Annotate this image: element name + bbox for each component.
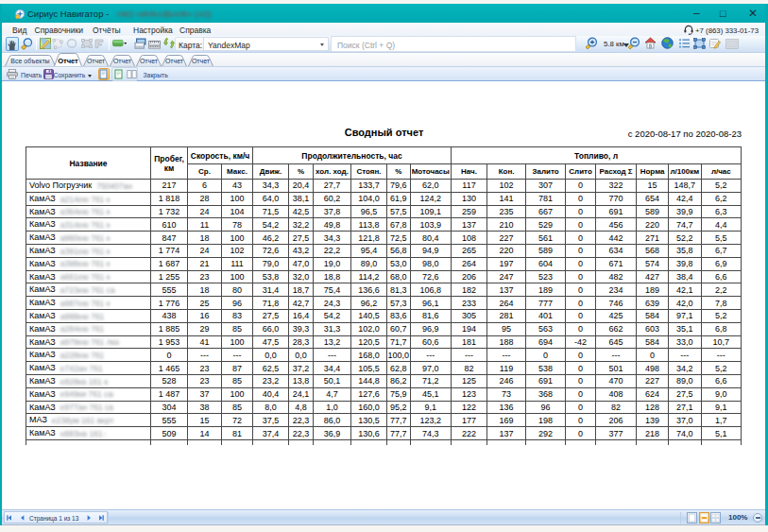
svg-text:Отчет: Отчет bbox=[58, 57, 78, 65]
svg-text:Отчет: Отчет bbox=[140, 58, 159, 64]
svg-text:Отчет: Отчет bbox=[113, 58, 132, 64]
svg-text:Отчет: Отчет bbox=[87, 58, 106, 64]
svg-text:Все объекты: Все объекты bbox=[10, 58, 49, 64]
svg-text:Отчет: Отчет bbox=[165, 58, 184, 64]
svg-text:Отчет: Отчет bbox=[192, 58, 211, 64]
